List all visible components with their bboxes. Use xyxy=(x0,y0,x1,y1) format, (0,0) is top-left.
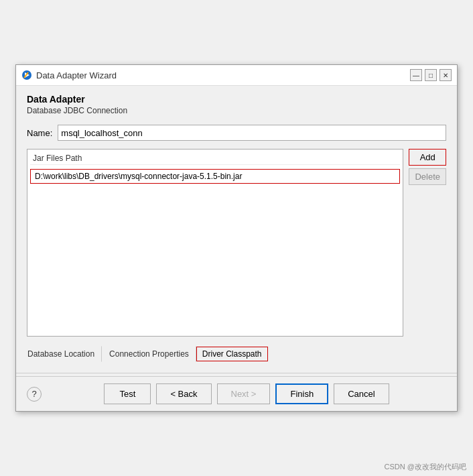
tab-database-location[interactable]: Database Location xyxy=(27,346,102,362)
footer-buttons: Test < Back Next > Finish Cancel xyxy=(47,383,446,404)
title-bar: Data Adapter Wizard — □ ✕ xyxy=(16,65,457,86)
section-title: Data Adapter xyxy=(27,94,446,105)
name-input[interactable] xyxy=(58,125,446,141)
jar-section: Jar Files Path D:\work\libs\DB_drivers\m… xyxy=(27,149,446,337)
tab-connection-properties[interactable]: Connection Properties xyxy=(102,346,196,362)
minimize-button[interactable]: — xyxy=(410,69,422,81)
window-title: Data Adapter Wizard xyxy=(36,70,117,80)
tab-driver-classpath[interactable]: Driver Classpath xyxy=(196,347,268,361)
close-button[interactable]: ✕ xyxy=(440,69,452,81)
header-section: Data Adapter Database JDBC Connection xyxy=(27,94,446,115)
jar-buttons: Add Delete xyxy=(409,149,446,337)
name-label: Name: xyxy=(27,128,52,138)
watermark: CSDN @改改我的代码吧 xyxy=(385,462,466,472)
maximize-button[interactable]: □ xyxy=(425,69,437,81)
finish-button[interactable]: Finish xyxy=(275,383,328,404)
tabs-row: Database Location Connection Properties … xyxy=(27,346,446,362)
help-area: ? xyxy=(27,387,42,402)
next-button: Next > xyxy=(217,383,271,404)
jar-panel-title: Jar Files Path xyxy=(30,152,400,165)
help-button[interactable]: ? xyxy=(27,387,42,402)
dialog-window: Data Adapter Wizard — □ ✕ Data Adapter D… xyxy=(15,64,458,412)
jar-item[interactable]: D:\work\libs\DB_drivers\mysql-connector-… xyxy=(30,169,400,184)
main-content: Data Adapter Database JDBC Connection Na… xyxy=(16,86,457,370)
name-row: Name: xyxy=(27,125,446,141)
delete-button: Delete xyxy=(409,168,446,185)
footer-divider xyxy=(16,373,457,373)
window-controls: — □ ✕ xyxy=(410,69,452,81)
add-button[interactable]: Add xyxy=(409,149,446,166)
test-button[interactable]: Test xyxy=(104,383,151,404)
section-subtitle: Database JDBC Connection xyxy=(27,106,446,115)
app-icon xyxy=(21,70,32,80)
back-button[interactable]: < Back xyxy=(156,383,211,404)
cancel-button[interactable]: Cancel xyxy=(334,383,389,404)
title-bar-left: Data Adapter Wizard xyxy=(21,70,117,80)
footer: ? Test < Back Next > Finish Cancel xyxy=(16,376,457,411)
jar-panel: Jar Files Path D:\work\libs\DB_drivers\m… xyxy=(27,149,403,337)
